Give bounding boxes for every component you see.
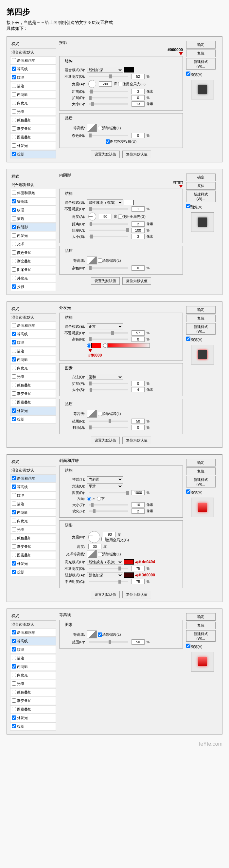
style-bevel[interactable]: 斜面和浮雕 xyxy=(10,474,56,483)
distance-slider[interactable] xyxy=(89,223,128,225)
s-opacity-input[interactable] xyxy=(131,579,145,584)
preview-check[interactable] xyxy=(186,71,190,76)
new-style-button[interactable]: 新建样式(W)... xyxy=(186,191,216,202)
depth-slider[interactable] xyxy=(89,492,128,493)
h-opacity-slider[interactable] xyxy=(89,568,128,569)
ok-button[interactable]: 确定 xyxy=(186,306,216,314)
reset-default-button[interactable]: 复位为默认值 xyxy=(122,277,151,285)
preview-check[interactable] xyxy=(186,490,190,494)
gradient-radio[interactable] xyxy=(103,343,107,348)
cancel-button[interactable]: 复位 xyxy=(186,182,216,190)
opacity-slider[interactable] xyxy=(89,208,128,210)
anti-alias-check[interactable] xyxy=(98,126,102,130)
distance-slider[interactable] xyxy=(89,91,128,92)
reset-default-button[interactable]: 复位为默认值 xyxy=(122,151,151,158)
blend-default[interactable]: 混合选项:默认 xyxy=(10,49,56,56)
distance-input[interactable] xyxy=(131,221,145,227)
opacity-slider[interactable] xyxy=(89,76,128,77)
shadow-mode-select[interactable]: 颜色加深 xyxy=(87,572,123,578)
altitude-input[interactable] xyxy=(88,544,102,549)
angle-input[interactable] xyxy=(103,532,116,537)
style-select[interactable]: 内斜面 xyxy=(87,476,123,482)
style-outer-glow[interactable]: 外发光 xyxy=(10,407,56,415)
color-radio[interactable] xyxy=(87,343,91,348)
blend-mode-select[interactable]: 正常 xyxy=(87,323,123,329)
opacity-input[interactable] xyxy=(131,74,145,79)
style-contour[interactable]: 等高线 xyxy=(10,65,56,73)
angle-dial[interactable] xyxy=(88,213,96,220)
opacity-input[interactable] xyxy=(131,206,145,212)
reset-default-button[interactable]: 复位为默认值 xyxy=(122,437,151,444)
set-default-button[interactable]: 设置为默认值 xyxy=(91,151,120,158)
h-opacity-input[interactable] xyxy=(131,566,145,571)
style-stroke[interactable]: 描边 xyxy=(10,82,56,90)
color-swatch[interactable] xyxy=(91,343,101,348)
size-slider[interactable] xyxy=(89,103,128,105)
style-satin[interactable]: 光泽 xyxy=(10,107,56,116)
jitter-slider[interactable] xyxy=(89,427,128,428)
new-style-button[interactable]: 新建样式(W)... xyxy=(186,476,216,488)
blend-mode-select[interactable]: 线性减淡（添加） xyxy=(87,199,123,205)
cancel-button[interactable]: 复位 xyxy=(186,622,216,629)
range-input[interactable] xyxy=(131,418,145,424)
highlight-mode-select[interactable]: 线性减淡（添加） xyxy=(87,559,123,565)
spread-input[interactable] xyxy=(131,95,145,100)
reset-default-button[interactable]: 复位为默认值 xyxy=(122,591,151,598)
angle-dial[interactable] xyxy=(88,80,96,88)
size-input[interactable] xyxy=(131,387,145,392)
color-swatch[interactable] xyxy=(124,67,134,72)
preview-check[interactable] xyxy=(186,337,190,341)
noise-input[interactable] xyxy=(131,337,145,342)
set-default-button[interactable]: 设置为默认值 xyxy=(91,277,120,285)
range-slider[interactable] xyxy=(89,641,128,643)
contour-picker[interactable] xyxy=(87,410,97,417)
anti-alias-check[interactable] xyxy=(98,552,102,556)
anti-alias-check[interactable] xyxy=(98,412,102,416)
shadow-swatch[interactable] xyxy=(124,572,134,578)
global-light-check[interactable] xyxy=(118,82,122,86)
dir-up-radio[interactable] xyxy=(87,497,91,501)
size-input[interactable] xyxy=(131,101,145,106)
new-style-button[interactable]: 新建样式(W)... xyxy=(186,58,216,69)
size-input[interactable] xyxy=(131,234,145,239)
range-input[interactable] xyxy=(131,639,145,645)
angle-input[interactable] xyxy=(99,214,112,219)
method-select[interactable]: 柔和 xyxy=(87,374,123,380)
gloss-contour-picker[interactable] xyxy=(87,550,97,558)
size-input[interactable] xyxy=(131,502,145,507)
ok-button[interactable]: 确定 xyxy=(186,174,216,181)
noise-input[interactable] xyxy=(131,266,145,271)
preview-check[interactable] xyxy=(186,644,190,648)
size-slider[interactable] xyxy=(89,236,128,237)
style-pattern-overlay[interactable]: 图案叠加 xyxy=(10,133,56,142)
global-light-check[interactable] xyxy=(102,537,106,541)
style-contour[interactable]: 等高线 xyxy=(10,637,56,645)
anti-alias-check[interactable] xyxy=(98,632,102,637)
ok-button[interactable]: 确定 xyxy=(186,459,216,466)
style-inner-shadow[interactable]: 内阴影 xyxy=(10,91,56,99)
anti-alias-check[interactable] xyxy=(98,258,102,263)
highlight-swatch[interactable] xyxy=(124,559,134,564)
angle-dial[interactable] xyxy=(88,531,100,543)
noise-input[interactable] xyxy=(131,133,145,138)
style-inner-glow[interactable]: 内发光 xyxy=(10,99,56,107)
style-gradient-overlay[interactable]: 渐变叠加 xyxy=(10,125,56,133)
style-bevel[interactable]: 斜面和浮雕 xyxy=(10,56,56,65)
new-style-button[interactable]: 新建样式(W)... xyxy=(186,630,216,642)
spread-slider[interactable] xyxy=(89,383,128,384)
new-style-button[interactable]: 新建样式(W)... xyxy=(186,323,216,335)
style-drop-shadow[interactable]: 投影 xyxy=(10,150,56,158)
set-default-button[interactable]: 设置为默认值 xyxy=(91,591,120,598)
cancel-button[interactable]: 复位 xyxy=(186,467,216,475)
style-inner-shadow[interactable]: 内阴影 xyxy=(10,223,56,231)
spread-input[interactable] xyxy=(131,381,145,386)
knockout-check[interactable] xyxy=(106,140,110,144)
opacity-input[interactable] xyxy=(131,330,145,336)
gradient-picker[interactable] xyxy=(107,343,150,348)
set-default-button[interactable]: 设置为默认值 xyxy=(91,437,120,444)
choke-slider[interactable] xyxy=(89,229,128,231)
method-select[interactable]: 平滑 xyxy=(87,483,123,489)
depth-input[interactable] xyxy=(131,490,145,495)
dir-down-radio[interactable] xyxy=(97,497,101,501)
distance-input[interactable] xyxy=(131,89,145,94)
